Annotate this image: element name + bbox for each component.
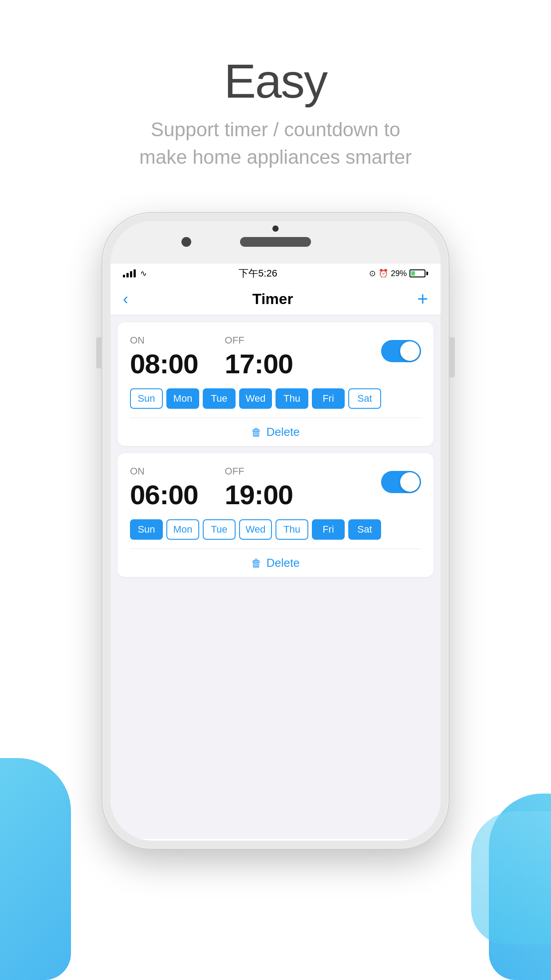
timer-card-2: ON 06:00 OFF 19:00 [118,453,433,577]
phone-dot [272,225,279,232]
delete-trash-icon-2: 🗑 [251,557,262,569]
battery-percent: 29% [391,269,407,278]
phone-camera-icon [181,237,191,247]
timer-1-day-wed[interactable]: Wed [239,388,272,409]
timer-1-day-sun[interactable]: Sun [130,388,163,409]
timer-2-day-wed[interactable]: Wed [239,519,272,540]
phone-inner: ∿ 下午5:26 ⊙ ⏰ 29% [110,221,441,841]
phone-mockup: ∿ 下午5:26 ⊙ ⏰ 29% [102,213,449,849]
timer-2-toggle[interactable] [381,471,421,493]
timer-2-day-fri[interactable]: Fri [312,519,345,540]
timer-2-off-value[interactable]: 19:00 [225,479,293,510]
navigation-bar: ‹ Timer + [110,283,441,315]
add-button[interactable]: + [417,288,428,310]
timer-list: ON 08:00 OFF 17:00 [110,315,441,839]
timer-1-toggle[interactable] [381,340,421,362]
phone-screen: ∿ 下午5:26 ⊙ ⏰ 29% [110,264,441,841]
page-subtitle: Support timer / countdown tomake home ap… [0,116,551,170]
timer-1-on-label: ON [130,335,198,346]
timer-2-on-value[interactable]: 06:00 [130,479,198,510]
alarm-icon: ⏰ [378,269,388,278]
timer-2-delete-row[interactable]: 🗑 Delete [130,549,421,577]
header-section: Easy Support timer / countdown tomake ho… [0,53,551,170]
settings-icon: ⊙ [369,269,376,278]
back-button[interactable]: ‹ [123,290,128,308]
status-left: ∿ [123,269,147,278]
timer-1-off-label: OFF [225,335,293,346]
delete-trash-icon-1: 🗑 [251,426,262,439]
timer-2-on-block: ON 06:00 [130,466,198,510]
timer-2-day-tue[interactable]: Tue [203,519,236,540]
timer-2-day-sat[interactable]: Sat [348,519,381,540]
timer-1-day-tue[interactable]: Tue [203,388,236,409]
timer-1-off-value[interactable]: 17:00 [225,348,293,379]
timer-1-times: ON 08:00 OFF 17:00 [130,335,293,379]
timer-card-1: ON 08:00 OFF 17:00 [118,322,433,446]
timer-1-on-block: ON 08:00 [130,335,198,379]
timer-1-day-fri[interactable]: Fri [312,388,345,409]
signal-bar-1 [123,275,125,277]
wifi-icon: ∿ [140,269,147,278]
timer-2-days: Sun Mon Tue Wed Thu Fri Sat [130,519,421,540]
timer-2-times: ON 06:00 OFF 19:00 [130,466,293,510]
phone-outer: ∿ 下午5:26 ⊙ ⏰ 29% [102,213,449,849]
timer-1-toggle-thumb [400,341,420,361]
signal-bar-2 [126,273,129,277]
timer-2-day-thu[interactable]: Thu [276,519,308,540]
signal-bars [123,269,136,277]
page-title: Easy [0,53,551,109]
timer-1-top-row: ON 08:00 OFF 17:00 [130,335,421,379]
timer-1-delete-label[interactable]: Delete [266,425,299,439]
status-bar: ∿ 下午5:26 ⊙ ⏰ 29% [110,264,441,283]
phone-top-bar [110,221,441,264]
timer-2-off-label: OFF [225,466,293,477]
timer-1-off-block: OFF 17:00 [225,335,293,379]
status-right: ⊙ ⏰ 29% [369,269,428,278]
status-time: 下午5:26 [239,267,277,280]
bg-blob-left [0,758,71,980]
timer-1-on-value[interactable]: 08:00 [130,348,198,379]
signal-bar-3 [130,271,132,277]
timer-1-days: Sun Mon Tue Wed Thu Fri Sat [130,388,421,409]
timer-1-day-thu[interactable]: Thu [276,388,308,409]
timer-2-day-mon[interactable]: Mon [166,519,199,540]
timer-1-delete-row[interactable]: 🗑 Delete [130,418,421,446]
nav-title: Timer [252,290,293,308]
bg-blob-right2 [471,811,551,944]
timer-2-day-sun[interactable]: Sun [130,519,163,540]
timer-2-toggle-thumb [400,472,420,492]
timer-2-on-label: ON [130,466,198,477]
timer-1-day-mon[interactable]: Mon [166,388,199,409]
timer-2-off-block: OFF 19:00 [225,466,293,510]
timer-2-delete-label[interactable]: Delete [266,556,299,570]
timer-1-day-sat[interactable]: Sat [348,388,381,409]
battery-icon [409,269,428,277]
signal-bar-4 [134,269,136,277]
timer-2-top-row: ON 06:00 OFF 19:00 [130,466,421,510]
phone-speaker [240,237,311,247]
